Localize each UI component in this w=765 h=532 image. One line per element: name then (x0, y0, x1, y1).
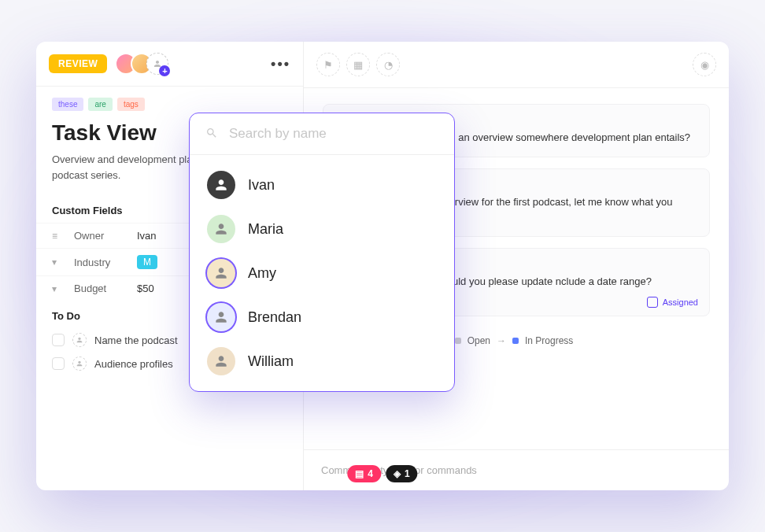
tag[interactable]: these (52, 98, 83, 111)
tags-row: these are tags (36, 87, 303, 111)
watch-icon[interactable]: ◉ (693, 53, 716, 76)
status-from-dot (455, 338, 461, 344)
avatar (207, 259, 235, 287)
status-from: Open (468, 335, 490, 346)
search-input[interactable] (229, 126, 438, 142)
avatar (207, 303, 235, 331)
field-label: Owner (74, 230, 137, 242)
user-option[interactable]: Amy (190, 251, 454, 295)
avatar (207, 347, 235, 375)
user-name: Amy (248, 265, 276, 282)
field-label: Industry (74, 257, 137, 268)
user-option[interactable]: Ivan (190, 163, 454, 207)
bottom-badges: ▤ 4 ◈ 1 (347, 465, 417, 482)
user-option[interactable]: Maria (190, 207, 454, 251)
dropdown-icon: ▾ (52, 257, 66, 268)
assigned-label: Assigned (663, 297, 698, 307)
assign-icon[interactable] (72, 357, 87, 371)
user-picker-dropdown: Ivan Maria Amy Brendan William (189, 113, 455, 392)
tag[interactable]: are (88, 98, 112, 111)
more-menu-button[interactable]: ••• (271, 56, 290, 72)
calendar-icon[interactable]: ▦ (346, 53, 370, 76)
search-icon (205, 127, 218, 142)
figma-badge[interactable]: ◈ 1 (386, 465, 418, 482)
user-name: Brendan (248, 309, 301, 326)
badge-count: 1 (405, 468, 410, 479)
field-value[interactable]: Ivan (137, 230, 157, 242)
todo-label: Audience profiles (94, 358, 173, 370)
text-icon: ≡ (52, 231, 66, 242)
field-value[interactable]: M (137, 255, 157, 269)
user-option[interactable]: Brendan (190, 295, 454, 339)
status-pill[interactable]: REVIEW (49, 54, 107, 73)
avatar-stack: + (115, 53, 168, 75)
user-name: Ivan (248, 177, 275, 194)
doc-icon: ▤ (355, 468, 364, 479)
checkbox[interactable] (52, 334, 65, 346)
flag-icon[interactable]: ⚑ (316, 53, 340, 76)
badge-count: 4 (368, 468, 373, 479)
field-value[interactable]: $50 (137, 283, 154, 294)
add-assignee-button[interactable]: + (146, 53, 168, 75)
assigned-badge[interactable]: Assigned (647, 297, 698, 308)
user-option[interactable]: William (190, 339, 454, 383)
avatar (207, 215, 235, 243)
plus-icon: + (159, 65, 170, 76)
left-topbar: REVIEW + ••• (36, 42, 303, 87)
app-window: REVIEW + ••• these are tags Task View Ov… (36, 42, 729, 490)
dropdown-icon: ▾ (52, 283, 66, 294)
user-name: Maria (248, 221, 283, 238)
attachment-badge[interactable]: ▤ 4 (347, 465, 381, 482)
clock-icon[interactable]: ◔ (376, 53, 400, 76)
status-to-dot (512, 338, 519, 344)
right-topbar: ⚑ ▦ ◔ ◉ (304, 42, 729, 88)
checkbox-icon (647, 297, 658, 308)
field-label: Budget (74, 283, 137, 294)
figma-icon: ◈ (394, 468, 401, 479)
user-list: Ivan Maria Amy Brendan William (190, 155, 454, 391)
tag[interactable]: tags (117, 98, 145, 111)
status-to: In Progress (525, 335, 573, 346)
dropdown-search (190, 113, 454, 155)
todo-label: Name the podcast (94, 334, 178, 346)
user-name: William (248, 353, 294, 370)
checkbox[interactable] (52, 357, 65, 370)
assign-icon[interactable] (72, 333, 87, 347)
avatar (207, 171, 235, 199)
arrow-right-icon: → (497, 335, 506, 346)
